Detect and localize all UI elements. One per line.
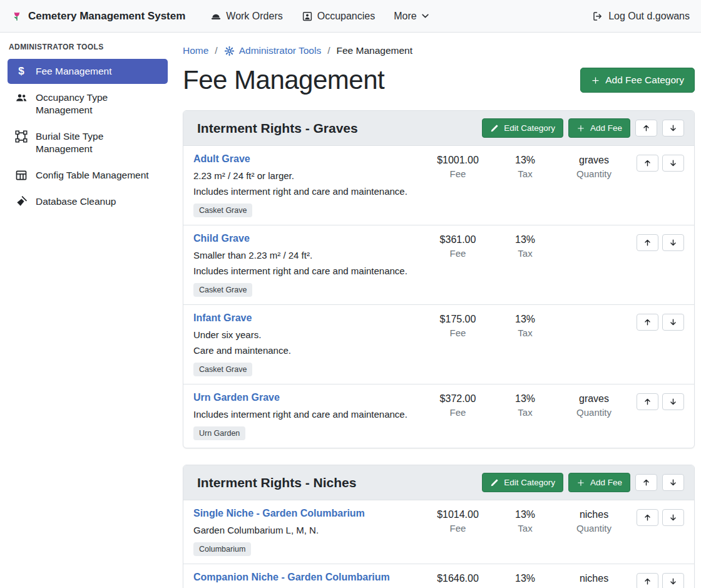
- fee-row: Child Grave Smaller than 2.23 m² / 24 ft…: [183, 225, 694, 304]
- move-category-down-button[interactable]: [662, 474, 684, 491]
- fee-name-link[interactable]: Urn Garden Grave: [193, 392, 280, 403]
- fee-amount-label: Fee: [422, 248, 494, 259]
- fee-row-actions: [632, 508, 684, 526]
- nav-item-occupancies[interactable]: Occupancies: [302, 11, 376, 22]
- edit-category-button[interactable]: Edit Category: [482, 473, 563, 492]
- move-fee-up-button[interactable]: [637, 573, 658, 588]
- fee-tax-column: 13% Tax: [494, 572, 556, 588]
- fee-description: Smaller than 2.23 m² / 24 ft².: [193, 249, 416, 262]
- fee-quantity-column: [556, 312, 632, 316]
- fee-amount-column: $361.00 Fee: [422, 233, 494, 259]
- move-fee-down-button[interactable]: [662, 314, 684, 331]
- arrow-down-icon: [669, 577, 677, 585]
- fee-amount-label: Fee: [422, 523, 494, 534]
- breadcrumb-home-link[interactable]: Home: [183, 45, 208, 56]
- sidebar-item-occupancy-type-management[interactable]: Occupancy Type Management: [8, 85, 168, 123]
- category-title: Interment Rights - Graves: [197, 121, 358, 136]
- fee-tax-column: 13% Tax: [494, 153, 556, 179]
- move-category-up-button[interactable]: [635, 120, 657, 137]
- broom-icon: [15, 195, 28, 208]
- fee-quantity: niches: [556, 509, 632, 520]
- fee-category-card: Interment Rights - Graves Edit Category …: [183, 110, 695, 448]
- fee-row: Infant Grave Under six years.Care and ma…: [183, 304, 694, 384]
- arrow-down-icon: [669, 398, 677, 406]
- plus-icon: [591, 76, 600, 85]
- sidebar-item-config-table-management[interactable]: Config Table Management: [8, 163, 168, 188]
- fee-name-link[interactable]: Infant Grave: [193, 312, 252, 324]
- fee-descriptions: Garden Columbarium L, M, N.: [193, 524, 416, 537]
- fee-amount-label: Fee: [422, 168, 494, 179]
- fee-amount: $1001.00: [422, 155, 494, 166]
- sidebar-item-label: Occupancy Type Management: [36, 91, 160, 116]
- edit-category-button[interactable]: Edit Category: [482, 118, 563, 138]
- move-category-up-button[interactable]: [635, 474, 657, 491]
- fee-descriptions: Under six years.Care and maintenance.: [193, 328, 416, 358]
- arrow-down-icon: [669, 513, 677, 522]
- fee-quantity: niches: [556, 573, 632, 584]
- fee-amount: $175.00: [422, 314, 494, 325]
- add-fee-category-button[interactable]: Add Fee Category: [580, 68, 695, 93]
- fee-amount: $372.00: [422, 393, 494, 405]
- move-fee-up-button[interactable]: [637, 314, 658, 331]
- fee-row: Companion Niche - Garden Columbarium Gar…: [183, 564, 694, 588]
- fee-amount-label: Fee: [422, 328, 494, 338]
- fee-category-header: Interment Rights - Graves Edit Category …: [183, 111, 694, 146]
- add-fee-button[interactable]: Add Fee: [568, 473, 630, 492]
- move-fee-up-button[interactable]: [637, 234, 658, 251]
- arrow-down-icon: [669, 124, 677, 132]
- fee-tag: Casket Grave: [193, 204, 252, 217]
- category-title: Interment Rights - Niches: [197, 475, 356, 490]
- fee-amount: $361.00: [422, 234, 494, 245]
- fee-quantity-column: niches Quantity: [556, 572, 632, 588]
- fee-list: Single Niche - Garden Columbarium Garden…: [183, 500, 694, 588]
- sidebar-item-burial-site-type-management[interactable]: Burial Site Type Management: [8, 124, 168, 162]
- sidebar-item-database-cleanup[interactable]: Database Cleanup: [8, 189, 168, 214]
- move-category-down-button[interactable]: [662, 120, 684, 137]
- fee-tax: 13%: [494, 573, 556, 584]
- fee-name-link[interactable]: Adult Grave: [193, 153, 250, 165]
- nav-links: Work Orders Occupancies More: [210, 11, 429, 22]
- add-fee-button[interactable]: Add Fee: [568, 118, 630, 138]
- fee-name-link[interactable]: Child Grave: [193, 233, 250, 244]
- move-fee-down-button[interactable]: [662, 155, 684, 172]
- breadcrumb-admin-tools-link[interactable]: Administrator Tools: [224, 45, 322, 56]
- move-fee-down-button[interactable]: [662, 393, 684, 410]
- move-fee-up-button[interactable]: [637, 393, 658, 410]
- move-fee-down-button[interactable]: [662, 509, 684, 526]
- move-fee-down-button[interactable]: [662, 234, 684, 251]
- sidebar-item-label: Database Cleanup: [36, 195, 116, 208]
- fee-tax: 13%: [494, 155, 556, 166]
- move-fee-up-button[interactable]: [637, 509, 658, 526]
- fee-quantity-label: Quantity: [556, 407, 632, 418]
- fee-name-link[interactable]: Single Niche - Garden Columbarium: [193, 508, 365, 519]
- fee-row-actions: [632, 572, 684, 588]
- fee-info: Infant Grave Under six years.Care and ma…: [193, 312, 422, 376]
- occupancy-icon: [302, 11, 313, 22]
- move-fee-down-button[interactable]: [662, 573, 684, 588]
- arrow-up-icon: [643, 318, 652, 326]
- sidebar-item-fee-management[interactable]: $ Fee Management: [8, 59, 168, 84]
- fee-name-link[interactable]: Companion Niche - Garden Columbarium: [193, 572, 390, 583]
- fee-tax-column: 13% Tax: [494, 233, 556, 259]
- fee-amount-column: $372.00 Fee: [422, 392, 494, 418]
- fee-tag: Casket Grave: [193, 283, 252, 297]
- fee-description: Includes interment right and care and ma…: [193, 408, 416, 421]
- fee-descriptions: Smaller than 2.23 m² / 24 ft².Includes i…: [193, 249, 416, 278]
- categories: Interment Rights - Graves Edit Category …: [183, 110, 695, 588]
- nav-item-more[interactable]: More: [394, 11, 429, 22]
- nav-item-work-orders[interactable]: Work Orders: [210, 11, 282, 22]
- plus-icon: [576, 478, 585, 487]
- fee-category-header: Interment Rights - Niches Edit Category …: [183, 465, 694, 500]
- fee-amount-column: $1014.00 Fee: [422, 508, 494, 534]
- chevron-down-icon: [421, 12, 429, 20]
- logout-button[interactable]: Log Out d.gowans: [592, 11, 690, 22]
- fee-info: Adult Grave 2.23 m² / 24 ft² or larger.I…: [193, 153, 422, 217]
- move-fee-up-button[interactable]: [637, 155, 658, 172]
- app-brand[interactable]: Cemetery Management System: [11, 10, 185, 23]
- fee-description: Care and maintenance.: [193, 344, 416, 358]
- fee-description: Includes interment right and care and ma…: [193, 185, 416, 199]
- fee-tag: Columbarium: [193, 542, 251, 556]
- edit-category-label: Edit Category: [504, 478, 555, 487]
- fee-info: Child Grave Smaller than 2.23 m² / 24 ft…: [193, 233, 422, 297]
- nav-label: More: [394, 11, 416, 22]
